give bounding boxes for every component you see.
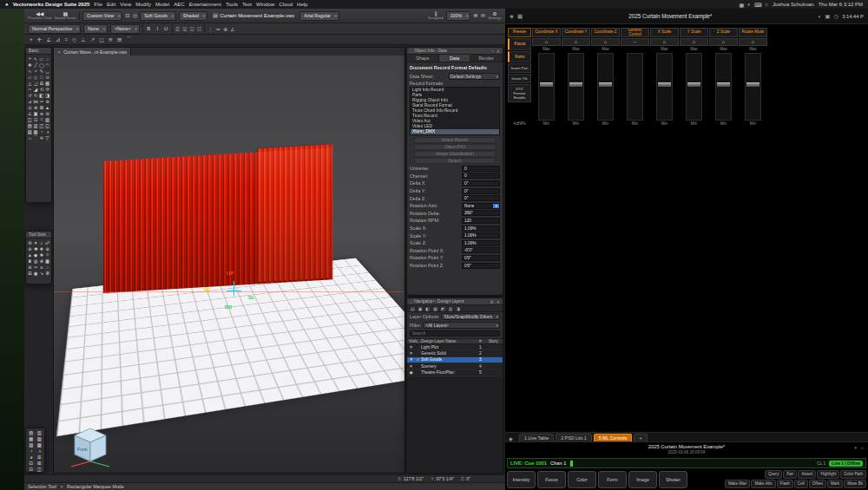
field-input[interactable]: 0" <box>462 195 500 201</box>
navigation-header[interactable]: ∷ Navigation - Design Layers ⚙✕ <box>407 298 503 305</box>
tool-icon[interactable]: ⌂ <box>27 134 33 140</box>
tool-icon[interactable]: ▨ <box>44 116 50 122</box>
snap-mode-icon[interactable]: ◇ <box>72 36 76 43</box>
record-action-button[interactable]: Detach <box>414 158 496 164</box>
attribute-icon[interactable]: ⊟ <box>27 460 36 466</box>
layer-row[interactable]: ✕ ✓ Soft Goods 3 <box>407 357 503 363</box>
visibility-toggle[interactable]: ✕ <box>407 345 415 350</box>
record-action-button[interactable]: Attach Record <box>414 137 496 143</box>
tool-icon[interactable]: ◰ <box>39 122 45 128</box>
softkey-button[interactable]: Assert <box>798 470 816 479</box>
apple-menu-icon[interactable]: ● <box>5 2 9 7</box>
encoder-fader-handle[interactable] <box>687 82 700 87</box>
encoder-home-button[interactable]: ⌂ <box>591 38 620 46</box>
eos-command-line[interactable]: LIVE: Cue 1001 Chan 1 CL 1 Live 1 | Offl… <box>507 458 866 468</box>
softkey-button[interactable]: Color Path <box>840 470 866 479</box>
navigation-tab-icon[interactable]: ▦ <box>433 306 437 311</box>
menubar-user[interactable]: Joshua Schulman <box>773 2 814 7</box>
tool-set-icon[interactable]: ↘ <box>39 270 45 276</box>
encoder-home-button[interactable]: ⌂ <box>680 38 708 46</box>
tool-icon[interactable]: ▧ <box>27 128 33 134</box>
tool-icon[interactable]: ⌒ <box>33 134 39 140</box>
tool-icon[interactable]: ≋ <box>39 110 45 116</box>
tool-set-icon[interactable]: ◆ <box>33 252 39 258</box>
snap-mode-icon[interactable]: ✛ <box>37 36 42 43</box>
menubar-menu-item[interactable]: Cloud <box>279 2 293 7</box>
field-input[interactable]: 1.00% <box>462 232 500 238</box>
eos-topbar-icon[interactable]: ▣ <box>825 13 830 20</box>
tool-set-icon[interactable]: ⊞ <box>27 270 33 276</box>
encoder-fader-handle[interactable] <box>569 82 582 87</box>
snap-mode-icon[interactable]: ◻ <box>99 36 103 43</box>
field-input[interactable]: 0 <box>462 173 500 179</box>
encoder-fader-handle[interactable] <box>746 82 760 87</box>
parameter-category-button[interactable]: Focus <box>508 38 531 50</box>
field-input[interactable]: 1.00% <box>462 225 500 232</box>
tool-sets-header[interactable]: Tool Sets <box>26 232 51 238</box>
encoder-home-button[interactable]: ⌂ <box>532 38 561 46</box>
encoder-fader-handle[interactable] <box>658 82 671 87</box>
menubar-menu-item[interactable]: Edit <box>107 2 115 7</box>
fit-view-icon[interactable]: ⊡ <box>125 12 129 19</box>
field-input[interactable]: -0'0" <box>462 247 500 253</box>
tool-icon[interactable]: ⊡ <box>33 116 39 122</box>
tool-icon[interactable]: ◿ <box>33 80 39 86</box>
attribute-icon[interactable]: ⊞ <box>36 454 44 460</box>
text-tool-icon[interactable]: ∠ <box>230 26 234 32</box>
tool-icon[interactable]: ▱ <box>27 74 33 80</box>
drag-handle-icon[interactable]: ∷ <box>410 49 412 54</box>
tool-icon[interactable]: ▽ <box>44 134 50 140</box>
text-tool-icon[interactable]: ⋮ <box>207 26 213 32</box>
tool-set-icon[interactable]: ✱ <box>33 245 39 252</box>
freeze-button[interactable]: Freeze <box>508 28 531 37</box>
status-icon[interactable]: ⌨ <box>754 2 762 8</box>
visibility-toggle[interactable]: ✕ <box>407 357 415 362</box>
look-at-icon[interactable]: ◎ <box>133 12 138 19</box>
eos-tab[interactable]: + <box>634 434 647 441</box>
visibility-toggle[interactable]: ◉ <box>407 370 415 375</box>
palette-header-icon[interactable]: ✕ <box>496 49 500 54</box>
align-button[interactable]: ☰ <box>175 26 180 32</box>
snap-mode-icon[interactable]: ⊥ <box>81 36 86 43</box>
data-sheet-dropdown[interactable]: Default Settings <box>448 73 500 80</box>
tool-icon[interactable]: ○ <box>44 56 50 62</box>
3d-viewport[interactable]: UP SR SL DS Front <box>54 56 404 473</box>
encoder-home-button[interactable]: ⌂ <box>562 38 590 46</box>
tool-icon[interactable]: ⌓ <box>27 86 33 92</box>
softkey-button[interactable]: Make Man <box>725 480 750 488</box>
snap-mode-icon[interactable]: ⊿ <box>56 36 60 43</box>
menubar-menu-item[interactable]: Entertainment <box>189 2 221 7</box>
encoder-fader-track[interactable] <box>686 53 702 121</box>
field-input[interactable]: 0'0" <box>462 263 500 269</box>
softkey-button[interactable]: Query <box>765 470 783 479</box>
attribute-icon[interactable]: ◔ <box>27 448 36 454</box>
navigation-tab-icon[interactable]: ▥ <box>449 306 453 311</box>
tool-set-icon[interactable]: ☍ <box>44 239 50 245</box>
softkey-button[interactable]: Offset <box>809 480 826 488</box>
parameter-button[interactable]: Color <box>568 471 596 488</box>
tool-set-icon[interactable]: ⊛ <box>27 245 33 252</box>
parameter-button[interactable]: Intensity <box>507 471 536 488</box>
tool-icon[interactable]: ◇ <box>33 74 39 80</box>
tool-set-icon[interactable]: ⊗ <box>39 258 45 264</box>
encoder-fader-handle[interactable] <box>717 82 730 87</box>
tool-icon[interactable]: ╱ <box>33 62 39 68</box>
tool-icon[interactable]: ◫ <box>27 116 33 122</box>
encoder-parameter-label[interactable]: Generic Control <box>621 28 649 37</box>
field-input[interactable]: 120 <box>462 218 500 224</box>
parameter-category-button[interactable]: XYZ Format Enable <box>508 84 531 102</box>
navigation-tab-icon[interactable]: ▤ <box>411 306 415 311</box>
snap-mode-icon[interactable]: ⌒ <box>127 36 133 43</box>
tool-set-icon[interactable]: ♜ <box>27 258 33 264</box>
status-icon[interactable]: ◐ <box>747 2 751 8</box>
menubar-menu-item[interactable]: File <box>94 2 102 7</box>
tool-icon[interactable]: ◠ <box>44 62 50 68</box>
tool-icon[interactable]: ≈ <box>33 68 39 74</box>
eos-tab[interactable]: 5 ML Controls <box>594 434 633 441</box>
tool-set-icon[interactable]: ∴ <box>44 264 50 270</box>
tool-set-icon[interactable]: ◉ <box>33 270 39 276</box>
object-info-tab[interactable]: Data <box>439 55 471 62</box>
tool-set-icon[interactable]: ✚ <box>39 252 45 258</box>
navigation-tab-icon[interactable]: ◨ <box>456 306 460 311</box>
softkey-button[interactable]: Fan <box>783 470 797 479</box>
